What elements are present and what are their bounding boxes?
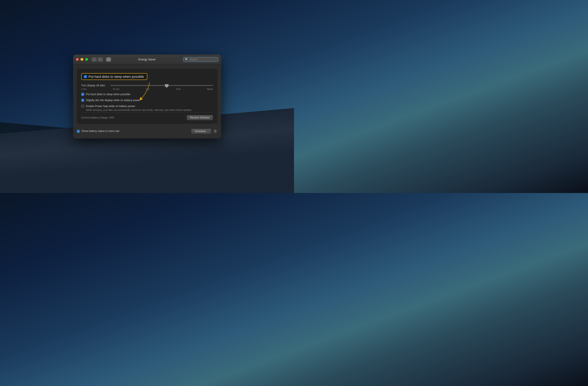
search-field[interactable]: 🔍: [183, 57, 218, 62]
slider-fill: [110, 85, 167, 86]
window-title: Energy Saver: [138, 58, 156, 61]
slider-label-never: Never: [207, 88, 213, 90]
power-nap-text: Enable Power Nap while on battery power …: [86, 104, 192, 111]
tooltip-highlight: Put hard disks to sleep when possible: [81, 73, 147, 80]
schedule-button[interactable]: Schedule...: [191, 129, 211, 134]
traffic-lights: [76, 58, 88, 61]
display-slider-row: Turn display off after:: [81, 84, 213, 87]
search-icon: 🔍: [185, 58, 188, 61]
window-inner: Put hard disks to sleep when possible Tu…: [77, 69, 217, 135]
back-icon: ‹: [94, 58, 95, 61]
slider-label-1hr: 1 hr: [146, 88, 149, 90]
power-nap-sublabel: While sleeping, your Mac can periodicall…: [86, 109, 192, 111]
dim-display-checkbox[interactable]: [81, 99, 84, 102]
footer-left: Show battery status in menu bar: [77, 129, 120, 133]
forward-icon: ›: [100, 58, 101, 61]
slider-label-1min: 1 min: [81, 88, 86, 90]
bottom-row: Current battery charge: 34% Restore Defa…: [81, 112, 213, 120]
display-slider-container: [110, 85, 213, 86]
help-button[interactable]: ?: [213, 129, 217, 134]
grid-icon: [107, 58, 110, 61]
dim-display-row: Slightly dim the display while on batter…: [81, 98, 213, 102]
hard-disk-sleep-checkbox[interactable]: [81, 93, 84, 96]
dim-display-label: Slightly dim the display while on batter…: [86, 98, 140, 102]
footer-right: Schedule... ?: [191, 129, 217, 134]
tooltip-checkbox-icon: [84, 75, 87, 78]
slider-label-15min: 15 min: [113, 88, 119, 90]
slider-track: [110, 85, 213, 86]
grid-view-button[interactable]: [106, 57, 111, 62]
hard-disk-sleep-label: Put hard disks to sleep when possible: [86, 93, 130, 96]
titlebar: ‹ › Energy Saver 🔍: [73, 55, 221, 64]
maximize-button[interactable]: [85, 58, 88, 61]
energy-saver-window: ‹ › Energy Saver 🔍 Put hard: [73, 55, 221, 138]
search-input[interactable]: [189, 58, 216, 61]
slider-labels: 1 min 15 min 1 hr 3 hrs Never: [81, 88, 213, 90]
power-nap-checkbox[interactable]: [81, 105, 84, 108]
inner-panel: Put hard disks to sleep when possible Tu…: [77, 69, 217, 124]
power-nap-label: Enable Power Nap while on battery power: [86, 104, 192, 108]
close-button[interactable]: [76, 58, 79, 61]
battery-charge-text: Current battery charge: 34%: [81, 116, 114, 119]
hard-disk-sleep-row: Put hard disks to sleep when possible: [81, 93, 213, 96]
back-button[interactable]: ‹: [91, 57, 97, 62]
tooltip-label: Put hard disks to sleep when possible: [89, 75, 144, 78]
minimize-button[interactable]: [81, 58, 83, 61]
forward-button[interactable]: ›: [98, 57, 103, 62]
slider-thumb[interactable]: [165, 83, 168, 88]
power-nap-row: Enable Power Nap while on battery power …: [81, 104, 213, 111]
display-slider-label: Turn display off after:: [81, 84, 108, 87]
main-content: Put hard disks to sleep when possible Tu…: [73, 64, 221, 138]
battery-status-label: Show battery status in menu bar: [82, 129, 120, 133]
footer-row: Show battery status in menu bar Schedule…: [77, 126, 217, 135]
slider-label-3hrs: 3 hrs: [176, 88, 181, 90]
battery-status-checkbox[interactable]: [77, 130, 80, 133]
restore-defaults-button[interactable]: Restore Defaults: [187, 115, 213, 120]
nav-buttons: ‹ ›: [91, 57, 103, 62]
